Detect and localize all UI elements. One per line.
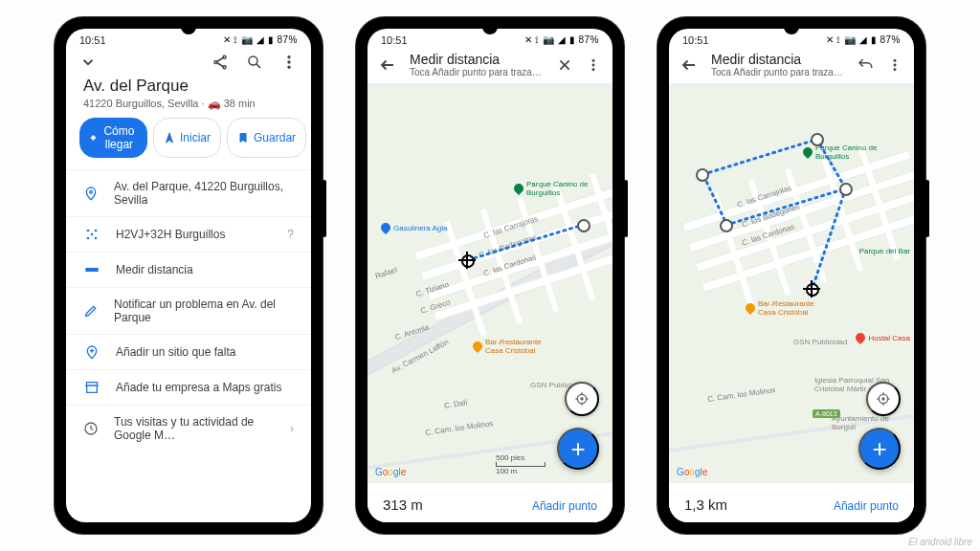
svg-point-10 bbox=[90, 190, 93, 193]
row-missing-label: Añadir un sitio que falta bbox=[116, 345, 235, 359]
appbar-title: Medir distancia bbox=[711, 52, 843, 67]
map-attribution: Google bbox=[375, 467, 406, 477]
help-icon[interactable]: ? bbox=[287, 228, 294, 241]
start-label: Iniciar bbox=[180, 131, 211, 144]
map-canvas[interactable]: Parque Canino de Burguillos Gasolinera A… bbox=[368, 84, 612, 483]
poi-hostal[interactable]: Hostal Casa bbox=[856, 333, 910, 342]
poi-park[interactable]: Parque Canino de Burguillos bbox=[514, 180, 603, 197]
svg-point-8 bbox=[288, 61, 291, 64]
svg-point-35 bbox=[894, 68, 896, 70]
start-chip[interactable]: Iniciar bbox=[153, 118, 221, 158]
svg-point-2 bbox=[223, 66, 226, 69]
distance-readout: 1,3 km bbox=[684, 496, 727, 513]
poi-gas[interactable]: Gasolinera Agla bbox=[381, 223, 447, 232]
chevron-right-icon: › bbox=[290, 422, 294, 435]
row-missing[interactable]: Añadir un sitio que falta bbox=[66, 334, 311, 369]
poi-rest[interactable]: Bar-Restaurante Casa Cristóbal bbox=[746, 299, 825, 317]
svg-point-23 bbox=[592, 63, 594, 65]
svg-point-7 bbox=[288, 55, 291, 58]
row-history[interactable]: Tus visitas y tu actividad de Google M… … bbox=[66, 405, 311, 452]
svg-point-5 bbox=[249, 56, 257, 65]
svg-line-3 bbox=[217, 58, 223, 62]
history-icon bbox=[83, 421, 99, 436]
my-location-button[interactable] bbox=[565, 382, 599, 416]
row-address-label: Av. del Parque, 41220 Burguillos, Sevill… bbox=[114, 180, 294, 207]
measure-node[interactable] bbox=[720, 219, 733, 232]
row-report-label: Notificar un problema en Av. del Parque bbox=[114, 298, 294, 324]
row-report[interactable]: Notificar un problema en Av. del Parque bbox=[66, 287, 311, 334]
svg-point-38 bbox=[882, 398, 884, 400]
status-indicators: ✕ ⟟ 📷 ◢ ▮ 87% bbox=[826, 34, 901, 46]
add-place-icon bbox=[83, 344, 100, 360]
row-business-label: Añade tu empresa a Maps gratis bbox=[116, 381, 281, 394]
measure-node[interactable] bbox=[839, 183, 853, 196]
svg-line-6 bbox=[256, 64, 260, 68]
status-time: 10:51 bbox=[381, 34, 408, 46]
overflow-menu-button[interactable] bbox=[586, 57, 601, 73]
svg-point-34 bbox=[894, 63, 896, 65]
street-label: Rafael bbox=[374, 266, 398, 281]
row-business[interactable]: Añade tu empresa a Maps gratis bbox=[66, 369, 311, 405]
add-point-fab[interactable]: + bbox=[557, 428, 599, 470]
svg-point-12 bbox=[95, 230, 98, 232]
collapse-button[interactable] bbox=[79, 54, 97, 71]
svg-point-27 bbox=[581, 398, 583, 400]
pluscode-icon bbox=[83, 227, 100, 242]
map-attribution: Google bbox=[677, 467, 707, 477]
svg-point-9 bbox=[288, 66, 291, 69]
status-indicators: ✕ ⟟ 📷 ◢ ▮ 87% bbox=[524, 34, 599, 46]
share-button[interactable] bbox=[212, 54, 229, 71]
poi-rest[interactable]: Bar-Restaurante Casa Cristóbal bbox=[473, 338, 552, 355]
svg-point-14 bbox=[95, 237, 98, 240]
svg-point-15 bbox=[91, 233, 94, 236]
overflow-menu-button[interactable] bbox=[280, 54, 298, 71]
svg-point-22 bbox=[592, 59, 594, 61]
add-point-link[interactable]: Añadir punto bbox=[834, 499, 899, 513]
street-label: C. Dalí bbox=[443, 398, 467, 409]
back-button[interactable] bbox=[680, 56, 698, 74]
save-chip[interactable]: Guardar bbox=[227, 118, 306, 158]
my-location-button[interactable] bbox=[866, 382, 901, 416]
overflow-menu-button[interactable] bbox=[887, 57, 902, 73]
measure-node-cursor[interactable] bbox=[806, 283, 819, 297]
appbar-title: Medir distancia bbox=[410, 52, 544, 67]
measure-node-cursor[interactable] bbox=[461, 254, 475, 268]
measure-node-start[interactable] bbox=[577, 219, 590, 232]
highway-badge: A-8013 bbox=[813, 409, 840, 418]
street-label: C. Cam. los Molinos bbox=[707, 386, 776, 404]
row-measure-label: Medir distancia bbox=[116, 263, 193, 276]
back-button[interactable] bbox=[379, 56, 396, 74]
watermark: El android libre bbox=[908, 537, 972, 547]
row-address[interactable]: Av. del Parque, 41220 Burguillos, Sevill… bbox=[66, 169, 311, 216]
close-button[interactable] bbox=[557, 57, 572, 73]
map-canvas[interactable]: Parque Canino de Burguillos Bar-Restaura… bbox=[669, 84, 914, 483]
directions-chip[interactable]: Cómo llegar bbox=[79, 118, 147, 158]
measure-node[interactable] bbox=[696, 168, 709, 182]
save-label: Guardar bbox=[254, 131, 296, 144]
svg-point-11 bbox=[87, 230, 90, 232]
search-button[interactable] bbox=[246, 54, 263, 71]
svg-point-33 bbox=[894, 59, 896, 61]
poi-parquebar[interactable]: Parque del Bar bbox=[859, 247, 910, 255]
place-subtitle: 41220 Burguillos, Sevilla · 🚗 38 min bbox=[83, 96, 294, 110]
phone-mockup-1: 10:51 ✕ ⟟ 📷 ◢ ▮ 87% Av. del Parque bbox=[55, 17, 323, 534]
undo-button[interactable] bbox=[857, 56, 874, 74]
directions-label: Cómo llegar bbox=[101, 124, 137, 151]
pencil-icon bbox=[83, 303, 99, 319]
svg-point-24 bbox=[592, 68, 594, 70]
phone-mockup-3: 10:51 ✕ ⟟ 📷 ◢ ▮ 87% Medir distancia Toca… bbox=[657, 17, 925, 534]
poi-gsn[interactable]: GSN Publicidad bbox=[793, 338, 847, 346]
pin-icon bbox=[83, 186, 99, 201]
store-icon bbox=[83, 380, 100, 395]
status-time: 10:51 bbox=[682, 34, 709, 46]
svg-point-13 bbox=[87, 237, 90, 240]
status-indicators: ✕ ⟟ 📷 ◢ ▮ 87% bbox=[223, 34, 298, 46]
row-pluscode[interactable]: H2VJ+32H Burguillos ? bbox=[66, 216, 311, 252]
svg-point-1 bbox=[214, 61, 217, 64]
map-scale: 500 pies 100 m bbox=[496, 453, 546, 475]
add-point-fab[interactable]: + bbox=[858, 428, 901, 470]
row-measure[interactable]: Medir distancia bbox=[66, 252, 311, 287]
measure-node[interactable] bbox=[811, 133, 824, 146]
add-point-link[interactable]: Añadir punto bbox=[532, 499, 597, 513]
row-pluscode-label: H2VJ+32H Burguillos bbox=[116, 228, 225, 241]
